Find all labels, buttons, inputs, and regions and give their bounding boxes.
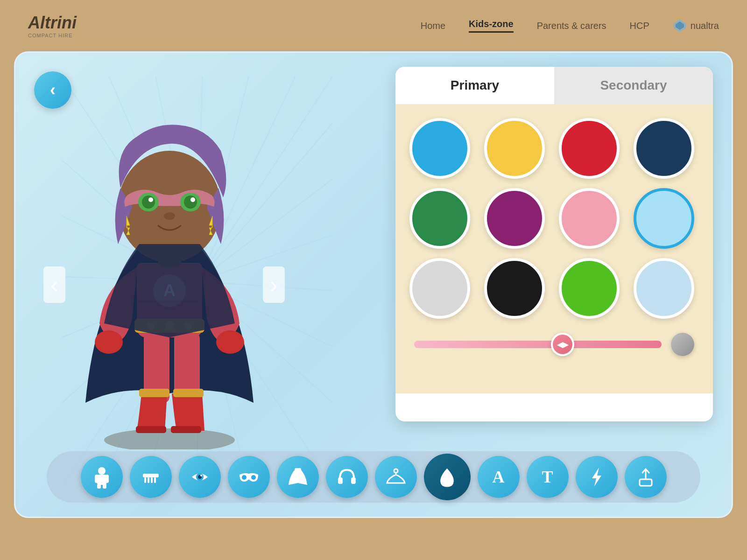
left-arrow-icon: ‹ — [50, 272, 58, 298]
svg-rect-70 — [351, 477, 356, 484]
color-slider-area: ◀▶ — [409, 333, 699, 356]
nualtra-icon — [673, 19, 687, 33]
svg-rect-61 — [151, 477, 153, 483]
color-lime[interactable] — [559, 258, 620, 319]
color-green[interactable] — [409, 188, 470, 249]
letter-a-tool-button[interactable]: A — [478, 456, 520, 498]
svg-point-66 — [242, 475, 247, 480]
slider-thumb-arrows-icon: ◀▶ — [557, 340, 568, 349]
color-grid-area: ◀▶ — [395, 104, 713, 393]
svg-rect-55 — [105, 475, 109, 483]
svg-rect-39 — [139, 389, 169, 397]
hanger-icon — [384, 465, 408, 489]
share-icon — [634, 465, 657, 489]
svg-point-26 — [104, 428, 235, 449]
color-panel: Primary Secondary — [395, 67, 713, 421]
svg-point-67 — [251, 475, 256, 480]
nav-home[interactable]: Home — [421, 21, 445, 31]
color-drop-tool-button[interactable] — [424, 454, 471, 500]
comb-icon — [139, 465, 162, 489]
svg-point-51 — [164, 212, 175, 220]
svg-point-50 — [190, 197, 195, 202]
color-red[interactable] — [559, 118, 620, 179]
svg-point-42 — [216, 330, 244, 354]
color-grid — [409, 118, 699, 319]
svg-rect-59 — [144, 477, 146, 483]
svg-rect-62 — [154, 477, 156, 483]
svg-rect-38 — [171, 426, 201, 433]
color-black[interactable] — [484, 258, 545, 319]
drop-icon — [434, 464, 460, 490]
letter-t-tool-button[interactable]: T — [527, 456, 569, 498]
letter-a-icon: A — [493, 467, 505, 487]
primary-tab[interactable]: Primary — [395, 67, 554, 104]
header: Altrini COMPACT HIRE Home Kids-zone Pare… — [0, 0, 747, 51]
svg-point-48 — [184, 196, 197, 209]
color-light-gray[interactable] — [409, 258, 470, 319]
svg-rect-37 — [136, 426, 166, 433]
nav-kids-zone[interactable]: Kids-zone — [469, 19, 514, 33]
hanger-tool-button[interactable] — [375, 456, 417, 498]
right-arrow-icon: › — [270, 272, 278, 298]
svg-rect-68 — [295, 468, 301, 472]
hair-tool-button[interactable] — [130, 456, 172, 498]
share-tool-button[interactable] — [625, 456, 667, 498]
slider-end-circle — [671, 333, 694, 356]
cape-tool-button[interactable] — [277, 456, 319, 498]
color-tabs: Primary Secondary — [395, 67, 713, 104]
svg-rect-54 — [95, 475, 99, 483]
main-area: ‹ ‹ › A — [14, 51, 733, 518]
bolt-tool-button[interactable] — [576, 456, 618, 498]
svg-point-52 — [98, 467, 106, 475]
svg-point-41 — [95, 330, 123, 354]
slider-thumb[interactable]: ◀▶ — [551, 333, 574, 356]
bottom-toolbar: A T — [47, 451, 700, 503]
next-character-button[interactable]: › — [263, 266, 285, 303]
headphone-icon — [335, 465, 359, 489]
svg-point-49 — [148, 197, 153, 202]
color-purple[interactable] — [484, 188, 545, 249]
color-blue[interactable] — [409, 118, 470, 179]
svg-rect-60 — [148, 477, 149, 483]
nav-hcp[interactable]: HCP — [630, 21, 649, 31]
color-light-blue[interactable] — [634, 188, 694, 249]
svg-rect-57 — [103, 484, 106, 489]
color-pale-blue[interactable] — [634, 258, 694, 319]
back-button[interactable]: ‹ — [34, 71, 71, 109]
logo: Altrini COMPACT HIRE — [28, 13, 77, 38]
svg-rect-58 — [143, 474, 159, 477]
mask-icon — [237, 465, 261, 489]
body-icon — [90, 465, 113, 489]
svg-point-71 — [394, 469, 398, 473]
nav-parents[interactable]: Parents & carers — [537, 21, 606, 31]
eyes-tool-button[interactable] — [179, 456, 221, 498]
color-navy[interactable] — [634, 118, 694, 179]
svg-rect-40 — [173, 389, 204, 397]
back-arrow-icon: ‹ — [50, 82, 56, 98]
main-nav: Home Kids-zone Parents & carers HCP nual… — [421, 19, 719, 33]
nualtra-logo: nualtra — [673, 19, 719, 33]
color-pink[interactable] — [559, 188, 620, 249]
letter-t-icon: T — [542, 467, 553, 487]
logo-subtitle: COMPACT HIRE — [28, 33, 77, 38]
mask-tool-button[interactable] — [228, 456, 270, 498]
slider-track[interactable]: ◀▶ — [414, 341, 662, 348]
svg-rect-69 — [338, 477, 343, 484]
prev-character-button[interactable]: ‹ — [43, 266, 65, 303]
cape-icon — [286, 465, 310, 489]
svg-point-47 — [142, 196, 155, 209]
svg-rect-72 — [640, 479, 652, 486]
bolt-icon — [585, 465, 608, 489]
nualtra-label: nualtra — [691, 21, 719, 31]
body-tool-button[interactable] — [81, 456, 123, 498]
color-yellow[interactable] — [484, 118, 545, 179]
secondary-tab[interactable]: Secondary — [554, 67, 713, 104]
svg-rect-56 — [97, 484, 101, 489]
character-svg: A — [57, 113, 282, 449]
logo-title: Altrini — [28, 13, 77, 33]
eye-icon — [188, 465, 211, 489]
headphone-tool-button[interactable] — [326, 456, 368, 498]
svg-point-65 — [200, 475, 202, 476]
